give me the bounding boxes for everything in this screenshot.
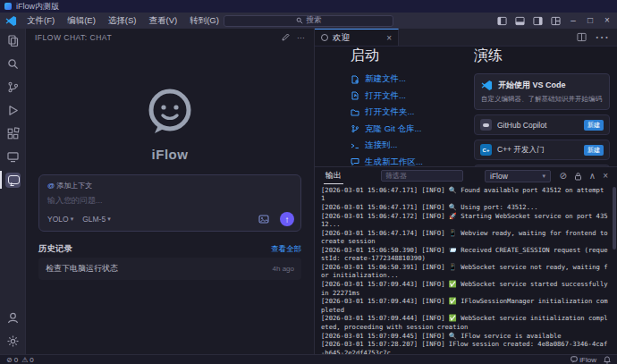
output-filter-input[interactable]	[381, 170, 463, 182]
toggle-secondary-sidebar-icon[interactable]	[533, 16, 543, 26]
new-workspace-link[interactable]: 生成新工作区...	[351, 157, 485, 167]
settings-gear-icon[interactable]	[0, 329, 26, 352]
log-line: [2026-03-01 15:06:50.390] [INFO] 📨 Recei…	[321, 246, 611, 263]
activity-bar-bottom	[0, 306, 26, 352]
warning-icon: ⚠	[21, 356, 28, 364]
open-folder-link[interactable]: 打开文件夹...	[351, 106, 485, 118]
new-badge: 新建	[584, 145, 604, 156]
clone-repo-link[interactable]: 克隆 Git 仓库...	[351, 123, 485, 135]
tab-label: 欢迎	[333, 32, 350, 44]
menu-item[interactable]: 查看(V)	[142, 13, 183, 29]
connect-to-link[interactable]: 连接到...	[351, 140, 485, 151]
search-label: 搜索	[307, 15, 322, 26]
add-context-chip[interactable]: @ 添加上下文	[47, 181, 292, 190]
menu-item[interactable]: 文件(F)	[21, 13, 61, 29]
error-icon: ⊘	[6, 356, 13, 364]
start-link-label: 连接到...	[365, 140, 397, 151]
mode-dropdown[interactable]: YOLO ▾	[47, 215, 73, 224]
status-bar-right: iFlow	[571, 356, 611, 364]
log-emoji-icon: 🔍	[449, 332, 457, 340]
walkthroughs-heading: 演练	[474, 47, 610, 65]
problems-warnings[interactable]: ⚠ 0	[21, 356, 34, 364]
remote-explorer-icon[interactable]	[0, 145, 26, 168]
output-log[interactable]: [2026-03-01 15:06:47.171] [INFO] 🔍 Found…	[315, 184, 611, 354]
clear-output-icon[interactable]: ⊘	[559, 171, 566, 181]
split-editor-icon[interactable]	[577, 32, 587, 42]
menu-item[interactable]: 转到(G)	[183, 13, 225, 29]
toggle-panel-icon[interactable]	[515, 16, 525, 26]
log-timestamp: [2026-03-01 15:06:47.171]	[321, 203, 418, 211]
chevron-down-icon: ▾	[107, 216, 111, 223]
log-emoji-icon: ✅	[449, 280, 457, 288]
walkthrough-title: 开始使用 VS Code	[498, 80, 566, 91]
log-line: [2026-03-01 15:07:09.443] [INFO] ✅ IFlow…	[321, 297, 611, 314]
bell-icon[interactable]	[604, 356, 611, 364]
close-button[interactable]: ×	[603, 13, 612, 29]
iflow-app-icon	[4, 3, 12, 10]
more-actions-icon[interactable]: ⋯	[297, 33, 305, 42]
log-level: [INFO]	[422, 314, 445, 322]
iflow-status-label: iFlow	[579, 356, 596, 364]
maximize-panel-icon[interactable]: ∧	[589, 171, 596, 181]
start-link-label: 打开文件夹...	[365, 106, 414, 118]
copilot-icon	[480, 119, 492, 131]
log-message: IFlow service is available	[461, 332, 562, 340]
iflow-status-icon	[571, 356, 578, 363]
view-all-link[interactable]: 查看全部	[271, 244, 301, 255]
log-timestamp: [2026-03-01 15:07:09.443]	[321, 280, 418, 288]
tab-close-icon[interactable]: ×	[386, 33, 392, 43]
log-emoji-icon: 🔍	[449, 203, 457, 211]
chat-input-placeholder[interactable]: 输入您的问题...	[47, 195, 292, 207]
walkthrough-item-copilot[interactable]: GitHub Copilot 新建	[474, 114, 610, 135]
scroll-lock-icon[interactable]	[574, 172, 582, 181]
sidebar-header: IFLOW CHAT: CHAT ⋯	[26, 29, 314, 46]
search-view-icon[interactable]	[0, 52, 26, 75]
command-center-search[interactable]: 搜索	[224, 15, 393, 27]
log-line: [2026-03-01 15:07:09.445] [INFO] 🔍 IFlow…	[321, 332, 611, 340]
problems-errors[interactable]: ⊘ 0	[6, 356, 18, 364]
menu-item[interactable]: 选择(S)	[102, 13, 143, 29]
log-emoji-icon: 📱	[449, 263, 457, 271]
history-item[interactable]: 检查下电脑运行状态 4h ago	[38, 258, 301, 280]
log-level: [INFO]	[422, 297, 445, 305]
output-channel-select[interactable]: iFlow ▾	[485, 170, 551, 182]
menu-item[interactable]: 编辑(E)	[61, 13, 102, 29]
toggle-sidebar-icon[interactable]	[497, 16, 507, 26]
walkthrough-label: GitHub Copilot	[497, 121, 546, 130]
extensions-icon[interactable]	[0, 122, 26, 145]
new-file-link[interactable]: 新建文件...	[351, 73, 485, 85]
log-line: [2026-03-01 15:06:47.171] [INFO] 🔍 Using…	[321, 203, 611, 211]
iflow-status-item[interactable]: iFlow	[571, 356, 596, 364]
tab-welcome[interactable]: 欢迎 ×	[315, 29, 399, 46]
start-link-label: 生成新工作区...	[365, 157, 423, 167]
open-file-link[interactable]: 打开文件...	[351, 90, 485, 102]
new-chat-icon[interactable]	[281, 33, 290, 42]
customize-layout-icon[interactable]	[551, 16, 561, 26]
tab-output[interactable]: 输出	[324, 167, 343, 184]
log-emoji-icon: 🚀	[449, 212, 457, 220]
editor-tabbar: 欢迎 × ⋯	[315, 29, 617, 47]
source-control-icon[interactable]	[0, 75, 26, 98]
open-file-icon	[351, 91, 359, 100]
close-panel-icon[interactable]: ×	[603, 171, 608, 181]
send-button[interactable]: ↑	[280, 212, 294, 226]
log-level: [INFO]	[422, 203, 445, 211]
editor-group: 欢迎 × ⋯ 启动 新建文件... 打开文件... 打开文件夹...	[315, 29, 617, 166]
more-actions-icon[interactable]: ⋯	[595, 29, 609, 46]
walkthrough-item-cpp[interactable]: C+ C++ 开发入门 新建	[474, 140, 610, 160]
chat-input-box[interactable]: @ 添加上下文 输入您的问题... YOLO ▾ GLM-5 ▾ ↑	[38, 174, 301, 232]
minimize-button[interactable]: –	[569, 13, 578, 29]
model-dropdown[interactable]: GLM-5 ▾	[82, 215, 111, 224]
log-emoji-icon: ✅	[449, 314, 457, 322]
explorer-icon[interactable]	[0, 29, 26, 52]
log-line: [2026-03-01 15:06:47.174] [INFO] 📱 Webvi…	[321, 229, 611, 246]
attach-image-icon[interactable]	[258, 214, 269, 224]
run-debug-icon[interactable]	[0, 98, 26, 122]
model-value: GLM-5	[82, 215, 106, 224]
remote-connect-icon	[351, 141, 359, 150]
maximize-button[interactable]: □	[586, 13, 595, 29]
account-icon[interactable]	[0, 306, 26, 329]
iflow-view-icon[interactable]	[0, 168, 26, 191]
walkthrough-card-get-started[interactable]: 开始使用 VS Code 自定义编辑器、了解基础知识并开始编码	[474, 73, 610, 110]
panel-scrollbar[interactable]	[613, 187, 616, 250]
